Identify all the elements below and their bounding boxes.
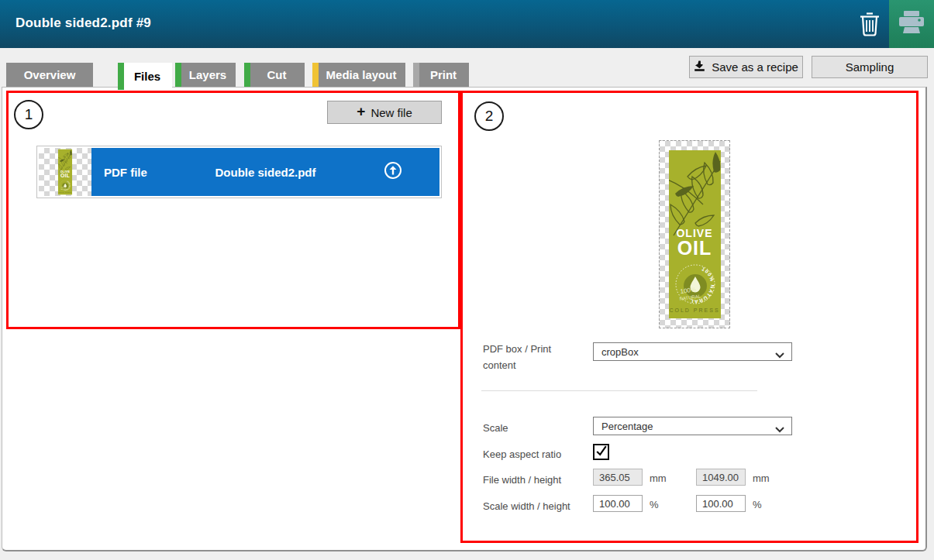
file-size-label: File width / height bbox=[483, 472, 561, 489]
tab-color-stripe bbox=[118, 63, 124, 90]
file-width-input[interactable] bbox=[593, 469, 643, 486]
tab-media-layout[interactable]: Media layout bbox=[312, 63, 405, 87]
plus-icon: + bbox=[357, 103, 365, 120]
scale-height-input[interactable] bbox=[696, 495, 746, 512]
download-icon bbox=[694, 60, 705, 74]
window-title: Double sided2.pdf #9 bbox=[16, 15, 151, 31]
artwork-title-2: OIL bbox=[669, 237, 721, 259]
new-file-label: New file bbox=[370, 106, 412, 119]
save-as-recipe-label: Save as a recipe bbox=[712, 60, 798, 74]
chevron-down-icon bbox=[775, 424, 784, 435]
scale-label: Scale bbox=[483, 421, 508, 437]
tab-color-stripe bbox=[175, 63, 181, 87]
file-preview: OLIVE OIL 100% NATURAL 100% NATURAL COLD… bbox=[659, 140, 730, 328]
thumbnail-artwork: OLIVE OIL 100% NATURAL 100% NATURAL COLD… bbox=[58, 149, 72, 195]
preview-artwork: OLIVE OIL 100% NATURAL 100% NATURAL COLD… bbox=[669, 150, 721, 318]
scale-width-input[interactable] bbox=[593, 495, 643, 512]
annotation-circle-2: 2 bbox=[474, 101, 504, 131]
trash-icon bbox=[858, 10, 881, 40]
upload-icon[interactable] bbox=[384, 161, 402, 183]
file-row-highlight[interactable]: PDF file Double sided2.pdf bbox=[91, 148, 439, 196]
tab-print[interactable]: Print bbox=[413, 63, 469, 87]
file-settings-panel: 2 OLIVE OIL 100% NATURAL bbox=[460, 91, 918, 543]
tab-color-stripe bbox=[244, 63, 250, 87]
file-thumbnail: OLIVE OIL 100% NATURAL 100% NATURAL COLD… bbox=[39, 148, 91, 196]
artwork-footer: COLD PRESS bbox=[58, 192, 72, 194]
tab-layers[interactable]: Layers bbox=[175, 63, 236, 87]
tab-bar: OverviewFilesLayersCutMedia layoutPrint bbox=[6, 63, 469, 90]
delete-job-button[interactable] bbox=[855, 10, 884, 40]
pdf-box-label: PDF box / Print content bbox=[483, 342, 576, 374]
tab-color-stripe bbox=[413, 63, 419, 87]
tab-overview[interactable]: Overview bbox=[6, 63, 93, 87]
print-button[interactable] bbox=[889, 0, 934, 48]
title-bar: Double sided2.pdf #9 bbox=[0, 0, 934, 48]
scale-width-unit: % bbox=[650, 499, 659, 510]
artwork-title-2: OIL bbox=[58, 173, 72, 179]
sampling-button[interactable]: Sampling bbox=[812, 56, 928, 78]
files-panel: 1 + New file bbox=[6, 91, 460, 329]
tab-label: Media layout bbox=[322, 68, 397, 81]
pdf-box-value: cropBox bbox=[601, 346, 639, 358]
printer-icon bbox=[898, 10, 925, 38]
file-width-unit: mm bbox=[650, 472, 667, 484]
tab-files[interactable]: Files bbox=[118, 63, 172, 90]
tab-label: Files bbox=[129, 70, 160, 83]
tab-label: Cut bbox=[263, 68, 287, 81]
tab-color-stripe bbox=[312, 63, 319, 87]
new-file-button[interactable]: + New file bbox=[327, 101, 442, 124]
tab-label: Print bbox=[426, 68, 457, 81]
file-height-input[interactable] bbox=[696, 469, 746, 486]
annotation-circle-1: 1 bbox=[14, 100, 43, 129]
save-as-recipe-button[interactable]: Save as a recipe bbox=[689, 56, 803, 78]
scale-height-unit: % bbox=[753, 499, 762, 510]
section-divider bbox=[481, 390, 757, 391]
keep-aspect-checkbox[interactable] bbox=[593, 444, 609, 460]
file-list-row[interactable]: OLIVE OIL 100% NATURAL 100% NATURAL COLD… bbox=[36, 146, 442, 198]
scale-select[interactable]: Percentage bbox=[593, 417, 792, 435]
keep-aspect-label: Keep aspect ratio bbox=[483, 447, 561, 463]
tab-label: Layers bbox=[184, 68, 226, 81]
chevron-down-icon bbox=[775, 349, 784, 361]
scale-value: Percentage bbox=[601, 421, 653, 432]
scale-size-label: Scale width / height bbox=[483, 499, 570, 515]
sampling-label: Sampling bbox=[846, 60, 894, 74]
pdf-box-select[interactable]: cropBox bbox=[593, 342, 792, 361]
tab-label: Overview bbox=[24, 68, 76, 81]
artwork-footer: COLD PRESS bbox=[669, 307, 721, 313]
tab-cut[interactable]: Cut bbox=[244, 63, 305, 87]
file-height-unit: mm bbox=[753, 472, 770, 484]
